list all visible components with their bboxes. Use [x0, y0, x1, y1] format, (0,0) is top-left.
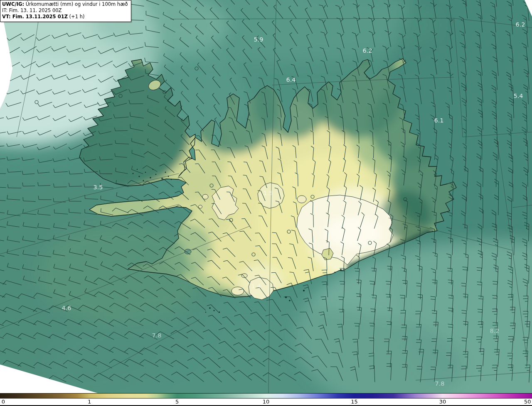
colorbar-tick-5: 5: [175, 399, 179, 405]
contour-label-3.5: 3.5: [93, 184, 103, 191]
colorbar-tick-0: 0: [2, 399, 5, 405]
contour-label-4.6: 4.6: [62, 305, 71, 311]
glacier-oraefajokull-bright: [324, 217, 382, 248]
valid-time: VT: Fim. 13.11.2025 01Z: [2, 14, 68, 20]
init-time: IT: Fim. 13. 11. 2025 00Z: [2, 7, 128, 14]
colorbar-tick-15: 15: [351, 399, 358, 405]
glacier-tungnafellsjokull: [297, 196, 306, 203]
contour-label-6.2: 6.2: [515, 21, 525, 28]
lake-thingvallavatn: [185, 249, 191, 254]
colorbar-tick-10: 10: [263, 399, 270, 405]
contour-label-1.5: 1.5: [263, 190, 273, 196]
weather-map[interactable]: 5.96.26.46.25.46.13.54.67.88.27.81.51.4: [0, 0, 532, 393]
colorbar-tick-30: 30: [439, 399, 446, 405]
map-title-box: UWC/IG: Úrkomumætti (mm) og vindur i 100…: [0, 0, 131, 22]
contour-label-6.2: 6.2: [362, 47, 372, 54]
colorbar-tick-1: 1: [88, 399, 91, 405]
contour-label-5.9: 5.9: [254, 36, 263, 43]
contour-label-7.8: 7.8: [152, 332, 161, 339]
contour-label-6.1: 6.1: [434, 117, 443, 124]
weather-app-window: 5.96.26.46.25.46.13.54.67.88.27.81.51.4 …: [0, 0, 532, 406]
valid-time-line: VT: Fim. 13.11.2025 01Z (+1 h): [2, 14, 128, 20]
valid-offset: (+1 h): [68, 14, 85, 20]
contour-label-7.8: 7.8: [435, 380, 444, 387]
colorbar-tick-50: 50: [524, 399, 531, 405]
product-id: UWC/IG:: [2, 1, 24, 7]
contour-label-8.2: 8.2: [490, 328, 499, 334]
glacier-eyjafjallajokull: [232, 287, 244, 295]
contour-label-1.4: 1.4: [251, 283, 261, 289]
colorbar-tick-labels: 01510153050: [0, 399, 532, 404]
glacier-ok: [199, 205, 202, 208]
contour-label-6.4: 6.4: [286, 76, 296, 83]
contour-label-5.4: 5.4: [513, 93, 523, 99]
precipitation-colorbar: 01510153050: [0, 393, 532, 406]
colorbar-gradient: [0, 393, 532, 399]
map-title-text: Úrkomumætti (mm) og vindur i 100m hæð: [24, 1, 128, 7]
map-title-line: UWC/IG: Úrkomumætti (mm) og vindur i 100…: [2, 1, 128, 7]
